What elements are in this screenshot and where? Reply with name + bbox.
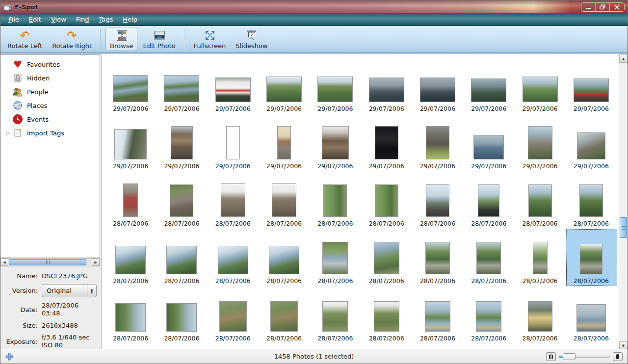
photo-cell[interactable]: 28/07/2006 [105, 286, 156, 343]
photo-thumbnail[interactable] [166, 303, 197, 332]
photo-thumbnail[interactable] [115, 303, 146, 332]
photo-thumbnail[interactable] [219, 301, 247, 332]
sidebar-item-hidden[interactable]: Hidden [0, 71, 100, 85]
photo-cell[interactable]: 28/07/2006 [566, 286, 617, 343]
photo-thumbnail[interactable] [369, 78, 404, 102]
photo-cell[interactable]: 29/07/2006 [105, 114, 156, 171]
sidebar-item-favourites[interactable]: ♥Favourites [0, 57, 100, 71]
photo-cell[interactable]: 29/07/2006 [310, 114, 361, 171]
grid-vertical-scrollbar[interactable]: ▲ ▼ [619, 54, 628, 350]
photo-thumbnail[interactable] [528, 126, 552, 159]
photo-thumbnail[interactable] [528, 301, 552, 332]
photo-thumbnail[interactable] [226, 126, 240, 159]
photo-thumbnail[interactable] [473, 135, 504, 159]
browse-button[interactable]: Browse [105, 27, 137, 51]
minimize-button[interactable] [581, 3, 596, 11]
add-tag-button[interactable] [5, 353, 13, 361]
photo-cell[interactable]: 28/07/2006 [361, 229, 412, 286]
photo-thumbnail[interactable] [171, 126, 193, 159]
photo-cell[interactable]: 28/07/2006 [514, 171, 565, 229]
photo-thumbnail[interactable] [528, 184, 552, 217]
photo-thumbnail[interactable] [425, 242, 450, 274]
sidebar-item-events[interactable]: Events [0, 112, 100, 126]
scroll-left-icon[interactable]: ◀ [0, 259, 8, 266]
fullscreen-button[interactable]: Fullscreen [189, 27, 230, 51]
sidebar-horizontal-scrollbar[interactable]: ◀ ▶ [0, 258, 100, 266]
photo-thumbnail[interactable] [471, 78, 506, 102]
photo-cell[interactable]: 29/07/2006 [310, 56, 361, 114]
photo-thumbnail[interactable] [375, 184, 398, 217]
photo-thumbnail[interactable] [123, 183, 138, 217]
photo-cell[interactable]: 28/07/2006 [463, 229, 514, 286]
photo-cell[interactable]: 28/07/2006 [412, 229, 463, 286]
rotate-left-button[interactable]: ↶Rotate Left [3, 27, 47, 51]
photo-thumbnail[interactable] [322, 242, 348, 274]
photo-cell[interactable]: 29/07/2006 [259, 114, 310, 171]
expander-triangle-icon[interactable]: ▷ [4, 130, 11, 135]
scroll-up-icon[interactable]: ▲ [619, 54, 628, 63]
menu-item-find[interactable]: Find [71, 14, 94, 25]
photo-thumbnail[interactable] [269, 246, 299, 274]
photo-thumbnail[interactable] [272, 183, 296, 217]
photo-thumbnail[interactable] [579, 184, 603, 217]
menu-item-help[interactable]: Help [118, 14, 142, 25]
photo-cell[interactable]: 29/07/2006 [412, 114, 463, 171]
photo-cell[interactable]: 28/07/2006 [208, 286, 259, 343]
vscroll-thumb[interactable] [620, 217, 627, 238]
photo-cell[interactable]: 28/07/2006 [105, 171, 156, 229]
photo-thumbnail[interactable] [476, 242, 501, 274]
scroll-right-icon[interactable]: ▶ [92, 259, 100, 266]
photo-cell[interactable]: 29/07/2006 [156, 114, 207, 171]
menu-item-file[interactable]: File [3, 14, 24, 25]
photo-cell[interactable]: 28/07/2006 [412, 286, 463, 343]
photo-thumbnail[interactable] [322, 126, 349, 159]
photo-cell[interactable]: 28/07/2006 [463, 286, 514, 343]
photo-thumbnail[interactable] [425, 301, 450, 332]
photo-cell[interactable]: 28/07/2006 [259, 171, 310, 229]
photo-thumbnail[interactable] [322, 301, 348, 332]
photo-cell[interactable]: 28/07/2006 [259, 286, 310, 343]
photo-thumbnail[interactable] [523, 77, 558, 102]
photo-thumbnail[interactable] [478, 184, 499, 217]
photo-cell[interactable]: 29/07/2006 [361, 56, 412, 114]
photo-cell[interactable]: 28/07/2006 [105, 229, 156, 286]
photo-cell[interactable]: 28/07/2006 [514, 286, 565, 343]
photo-thumbnail[interactable] [323, 184, 347, 217]
photo-cell[interactable]: 28/07/2006 [310, 171, 361, 229]
photo-thumbnail[interactable] [574, 78, 609, 102]
photo-thumbnail[interactable] [374, 301, 399, 332]
photo-thumbnail[interactable] [166, 246, 197, 274]
photo-cell[interactable]: 28/07/2006 [156, 171, 207, 229]
zoom-slider[interactable] [559, 353, 610, 360]
hscroll-track[interactable] [8, 259, 92, 266]
spinner-arrows-icon[interactable]: ▲▼ [87, 285, 96, 297]
menu-item-tags[interactable]: Tags [94, 14, 118, 25]
sidebar-item-places[interactable]: Places [0, 99, 100, 112]
photo-thumbnail[interactable] [266, 77, 302, 102]
zoom-in-thumbnails-icon[interactable] [613, 352, 623, 361]
menu-item-edit[interactable]: Edit [24, 14, 46, 25]
photo-cell[interactable]: 28/07/2006 [208, 229, 259, 286]
photo-thumbnail[interactable] [114, 129, 147, 159]
photo-cell[interactable]: 29/07/2006 [566, 114, 617, 171]
rotate-right-button[interactable]: ↷Rotate Right [48, 27, 96, 51]
edit-photo-button[interactable]: Edit Photo [138, 27, 180, 51]
photo-cell[interactable]: 29/07/2006 [208, 56, 259, 114]
photo-cell[interactable]: 29/07/2006 [259, 56, 310, 114]
restore-button[interactable] [596, 3, 610, 11]
photo-cell[interactable]: 29/07/2006 [105, 56, 156, 114]
photo-cell-selected[interactable]: 28/07/2006 [566, 229, 617, 286]
photo-thumbnail[interactable] [420, 78, 455, 102]
photo-thumbnail[interactable] [170, 184, 193, 217]
photo-cell[interactable]: 28/07/2006 [259, 229, 310, 286]
photo-thumbnail[interactable] [374, 242, 399, 274]
photo-thumbnail[interactable] [164, 75, 199, 102]
photo-cell[interactable]: 28/07/2006 [310, 229, 361, 286]
photo-cell[interactable]: 29/07/2006 [463, 56, 514, 114]
photo-cell[interactable]: 28/07/2006 [156, 286, 207, 343]
photo-thumbnail[interactable] [426, 126, 449, 159]
photo-cell[interactable]: 28/07/2006 [412, 171, 463, 229]
photo-thumbnail[interactable] [215, 78, 251, 102]
photo-cell[interactable]: 28/07/2006 [208, 171, 259, 229]
version-dropdown[interactable]: Original ▲▼ [42, 284, 97, 297]
